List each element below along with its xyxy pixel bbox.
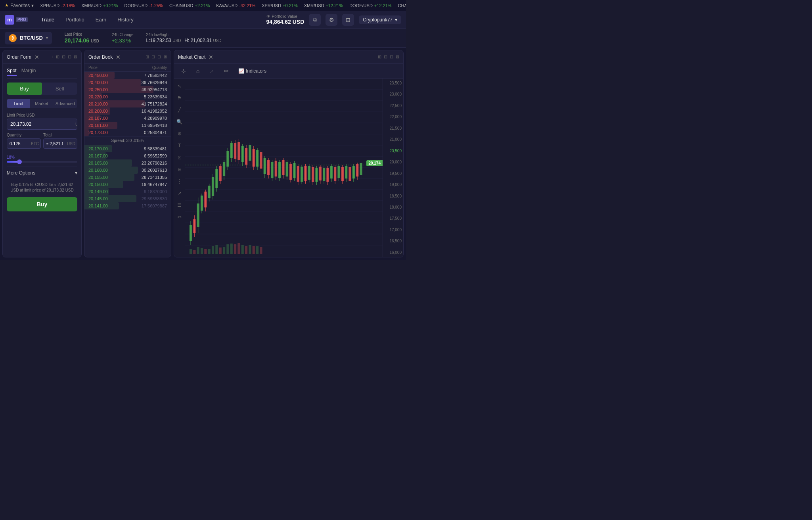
list-item[interactable]: CHAIN/USD +2.21% bbox=[169, 3, 210, 8]
buy-tab[interactable]: Buy bbox=[7, 83, 42, 95]
nav-trade[interactable]: Trade bbox=[37, 14, 58, 25]
sidebar-line-icon[interactable]: ╱ bbox=[175, 106, 184, 114]
price-tick: 18,000 bbox=[384, 205, 402, 209]
favorites-button[interactable]: ★ Favorites ▾ bbox=[5, 3, 34, 8]
table-row: 20,220.00 5.23639634 bbox=[84, 93, 171, 100]
total-label: Total bbox=[43, 133, 77, 137]
panel-icon3[interactable]: ⊟ bbox=[68, 54, 71, 59]
sidebar-scissors-icon[interactable]: ✂ bbox=[175, 213, 184, 221]
lowhigh-info: 24h low/high L:19,782.53 USD H: 21,002.3… bbox=[146, 33, 222, 43]
sidebar-fib-icon[interactable]: ⋮ bbox=[175, 177, 184, 186]
sidebar-bar-icon[interactable]: ⊟ bbox=[175, 165, 184, 174]
sidebar-flag-icon[interactable]: ⚑ bbox=[175, 94, 184, 102]
list-item[interactable]: XPR/USD +0.21% bbox=[262, 3, 298, 8]
order-book-close-button[interactable]: ✕ bbox=[115, 54, 121, 60]
market-tab[interactable]: Market bbox=[30, 99, 54, 108]
chart-panel-icon2[interactable]: ⊡ bbox=[384, 54, 387, 59]
sidebar-ruler-icon[interactable]: ⊕ bbox=[175, 129, 184, 138]
ob-panel-icon3[interactable]: ⊟ bbox=[157, 54, 161, 59]
more-options-toggle[interactable]: More Options ▾ bbox=[7, 167, 77, 179]
table-row: 20,149.00 9.18370000 bbox=[84, 188, 171, 195]
list-item[interactable]: XMR/USD +0.21% bbox=[81, 3, 118, 8]
nav-portfolio[interactable]: Portfolio bbox=[61, 14, 88, 25]
quantity-input[interactable] bbox=[7, 139, 29, 148]
svg-rect-55 bbox=[260, 152, 262, 169]
limit-tab[interactable]: Limit bbox=[7, 99, 30, 108]
sliders-button[interactable]: ⊟ bbox=[342, 14, 354, 26]
instrument-pair: BTC/USD bbox=[20, 35, 43, 41]
svg-rect-59 bbox=[267, 160, 270, 175]
home-button[interactable]: ⌂ bbox=[192, 65, 203, 77]
logo: m PRO bbox=[5, 15, 28, 25]
panel-icon1[interactable]: ⊞ bbox=[56, 54, 59, 59]
user-menu[interactable]: Cryptopunk77 ▾ bbox=[359, 15, 401, 24]
svg-rect-117 bbox=[215, 245, 218, 254]
price-column-header: Price bbox=[88, 65, 152, 70]
nav-earn[interactable]: Earn bbox=[92, 14, 110, 25]
ob-panel-icon4[interactable]: ⊠ bbox=[163, 54, 167, 59]
list-item[interactable]: XPR/USD -2.18% bbox=[40, 3, 75, 8]
ob-panel-icon2[interactable]: ⊡ bbox=[151, 54, 155, 59]
header-right: 👁 Portfolio Value 94,864.62 USD ⧉ ⚙ ⊟ Cr… bbox=[266, 14, 401, 26]
chart-sidebar-tools: ↖ ⚑ ╱ 🔍 ⊕ T ⊡ ⊟ ⋮ ↗ ☰ ✂ bbox=[174, 79, 185, 257]
svg-rect-81 bbox=[308, 166, 310, 180]
line-tool-button[interactable]: ⟋ bbox=[207, 65, 218, 77]
sidebar-pin-icon[interactable]: ⊡ bbox=[175, 153, 184, 162]
pencil-tool-button[interactable]: ✏ bbox=[221, 65, 232, 77]
order-form-close-button[interactable]: ✕ bbox=[34, 54, 40, 60]
settings-gear-button[interactable]: ⚙ bbox=[326, 14, 337, 26]
slider-track[interactable] bbox=[7, 161, 77, 163]
chart-panel-icon4[interactable]: ⊠ bbox=[396, 54, 399, 59]
chart-area: ↖ ⚑ ╱ 🔍 ⊕ T ⊡ ⊟ ⋮ ↗ ☰ ✂ bbox=[174, 79, 403, 257]
ob-panel-icon1[interactable]: ⊞ bbox=[146, 54, 149, 59]
svg-rect-122 bbox=[234, 244, 236, 254]
quantity-column-header: Quantity bbox=[152, 65, 167, 70]
chart-panel-icon3[interactable]: ⊟ bbox=[390, 54, 393, 59]
slider-label: 18% bbox=[7, 155, 77, 159]
change-value: +2.33 % bbox=[112, 38, 134, 44]
svg-rect-114 bbox=[204, 249, 207, 254]
buy-button[interactable]: Buy bbox=[7, 197, 77, 211]
cursor-tool-button[interactable]: ⊹ bbox=[178, 65, 189, 77]
market-chart-header: Market Chart ✕ ⊞ ⊡ ⊟ ⊠ bbox=[174, 50, 403, 64]
sidebar-arrow-icon[interactable]: ↗ bbox=[175, 189, 184, 198]
list-item[interactable]: XMR/USD +12.21% bbox=[304, 3, 343, 8]
svg-rect-53 bbox=[256, 150, 259, 167]
sell-tab[interactable]: Sell bbox=[42, 83, 77, 95]
list-item[interactable]: DOGE/USD -1.25% bbox=[124, 3, 163, 8]
spot-tab[interactable]: Spot bbox=[7, 68, 17, 76]
instrument-selector[interactable]: ₿ BTC/USD ▾ bbox=[5, 32, 52, 44]
panel-icon2[interactable]: ⊡ bbox=[62, 54, 65, 59]
list-item[interactable]: CHAIN/USD +12.21% bbox=[398, 3, 406, 8]
main-content: Order Form ✕ + ⊞ ⊡ ⊟ ⊠ Spot Margin Buy S… bbox=[0, 48, 406, 260]
limit-price-input[interactable] bbox=[7, 119, 73, 129]
list-item[interactable]: DOGE/USD +12.21% bbox=[349, 3, 391, 8]
sidebar-info-icon[interactable]: ☰ bbox=[175, 201, 184, 209]
total-input[interactable] bbox=[44, 139, 65, 148]
chart-panel-icon1[interactable]: ⊞ bbox=[378, 54, 381, 59]
margin-tab[interactable]: Margin bbox=[21, 68, 36, 76]
indicators-button[interactable]: 📈 Indicators bbox=[235, 67, 270, 75]
market-chart-close-button[interactable]: ✕ bbox=[208, 54, 214, 60]
svg-rect-39 bbox=[230, 143, 233, 158]
eye-icon[interactable]: 👁 bbox=[266, 14, 270, 19]
market-chart-panel: Market Chart ✕ ⊞ ⊡ ⊟ ⊠ ⊹ ⌂ ⟋ ✏ 📈 Indicat… bbox=[174, 50, 404, 257]
favorites-chevron: ▾ bbox=[31, 3, 34, 8]
instrument-bar: ₿ BTC/USD ▾ Last Price 20,174.06 USD 24h… bbox=[0, 29, 406, 48]
quantity-suffix: BTC bbox=[29, 142, 40, 146]
advanced-tab[interactable]: Advanced bbox=[53, 99, 77, 108]
sidebar-search-icon[interactable]: 🔍 bbox=[175, 117, 184, 126]
panel-add-icon[interactable]: + bbox=[51, 54, 54, 59]
svg-rect-35 bbox=[223, 162, 225, 176]
sidebar-cursor-icon[interactable]: ↖ bbox=[175, 82, 184, 90]
total-input-group: USD bbox=[43, 138, 77, 149]
favorites-label: Favorites bbox=[10, 3, 30, 8]
panel-icon4[interactable]: ⊠ bbox=[74, 54, 77, 59]
list-item[interactable]: KAVA/USD -42.21% bbox=[216, 3, 255, 8]
svg-rect-75 bbox=[297, 166, 299, 182]
indicators-label: Indicators bbox=[246, 68, 266, 74]
nav-history[interactable]: History bbox=[113, 14, 137, 25]
order-type-tabs: Limit Market Advanced bbox=[7, 99, 77, 108]
copy-button[interactable]: ⧉ bbox=[309, 14, 321, 26]
sidebar-text-icon[interactable]: T bbox=[175, 141, 184, 150]
